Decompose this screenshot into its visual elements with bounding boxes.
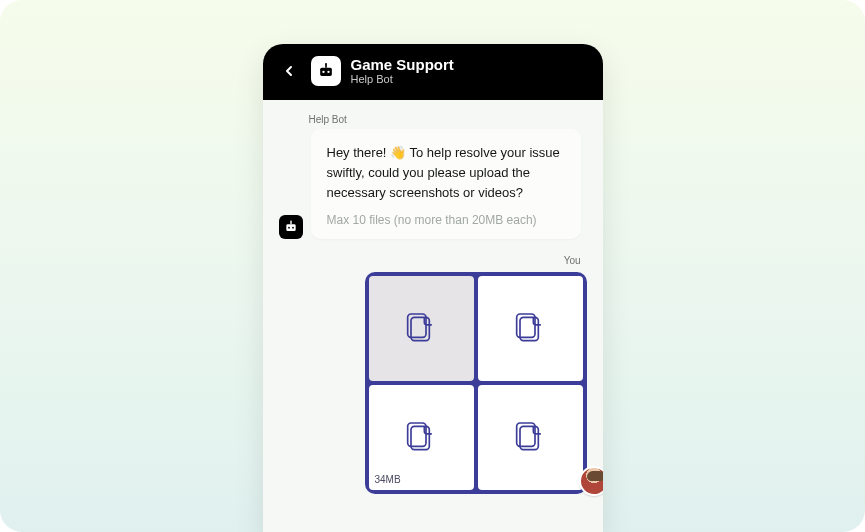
svg-rect-5 [286, 225, 295, 232]
bot-message-text: Hey there! 👋 To help resolve your issue … [327, 143, 565, 203]
upload-tile[interactable] [478, 385, 583, 490]
svg-point-9 [290, 221, 292, 223]
file-icon [401, 418, 441, 458]
file-icon [401, 309, 441, 349]
header-titles: Game Support Help Bot [351, 56, 454, 86]
svg-point-2 [327, 71, 329, 73]
file-icon [510, 418, 550, 458]
svg-point-4 [325, 63, 327, 65]
upload-tile[interactable]: 34MB [369, 385, 474, 490]
header-subtitle: Help Bot [351, 73, 454, 86]
chat-header: Game Support Help Bot [263, 44, 603, 100]
svg-rect-0 [320, 68, 332, 76]
bot-message-bubble: Hey there! 👋 To help resolve your issue … [311, 129, 581, 239]
robot-icon [283, 219, 299, 235]
upload-grid[interactable]: 34MB [365, 272, 587, 494]
user-upload-row: 34MB [279, 272, 587, 494]
upload-tile[interactable] [369, 276, 474, 381]
you-sender-label: You [279, 255, 581, 266]
bot-badge [311, 56, 341, 86]
app-canvas: Game Support Help Bot Help Bot Hey there… [0, 0, 865, 532]
bot-message-row: Hey there! 👋 To help resolve your issue … [279, 129, 587, 239]
robot-icon [316, 61, 336, 81]
chat-window: Game Support Help Bot Help Bot Hey there… [263, 44, 603, 532]
chat-body: Help Bot Hey there! 👋 To help resolve yo… [263, 100, 603, 532]
header-title: Game Support [351, 56, 454, 73]
upload-hint-text: Max 10 files (no more than 20MB each) [327, 213, 565, 227]
svg-point-1 [322, 71, 324, 73]
bot-sender-label: Help Bot [309, 114, 587, 125]
bot-avatar [279, 215, 303, 239]
back-button[interactable] [277, 59, 301, 83]
svg-point-6 [288, 227, 290, 229]
file-icon [510, 309, 550, 349]
svg-point-7 [292, 227, 294, 229]
chevron-left-icon [281, 63, 297, 79]
upload-tile[interactable] [478, 276, 583, 381]
file-size-badge: 34MB [373, 473, 403, 486]
